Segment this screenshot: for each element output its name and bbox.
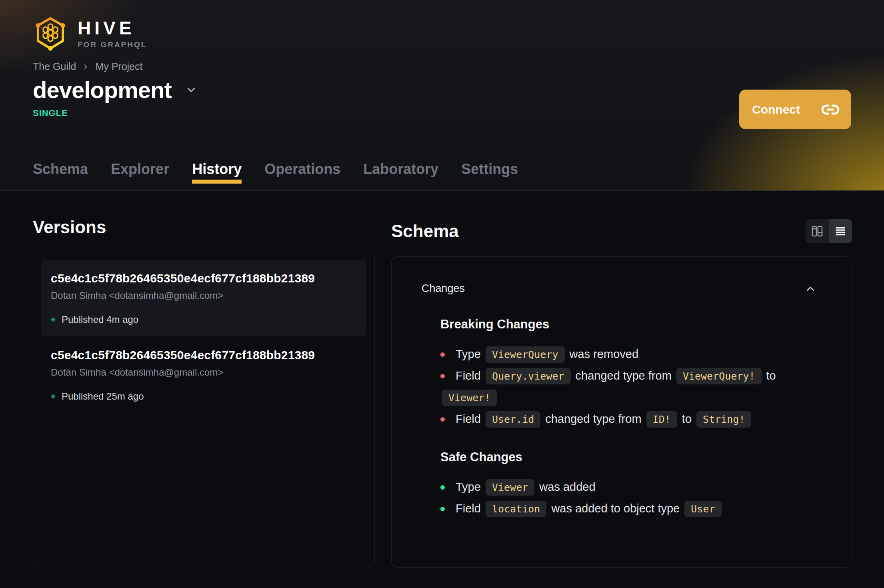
tab-bar: SchemaExplorerHistoryOperationsLaborator… xyxy=(33,161,518,190)
main-content: Versions c5e4c1c5f78b26465350e4ecf677cf1… xyxy=(0,191,884,568)
link-icon xyxy=(820,100,841,119)
version-author: Dotan Simha <dotansimha@gmail.com> xyxy=(51,367,357,378)
schema-title: Schema xyxy=(391,222,459,241)
breadcrumb-org[interactable]: The Guild xyxy=(33,61,76,72)
changes-collapse-header[interactable]: Changes xyxy=(392,257,852,295)
change-section-title: Breaking Changes xyxy=(440,317,818,332)
chevron-down-icon xyxy=(185,84,197,96)
change-item: Type ViewerQuery was removed xyxy=(440,344,808,365)
connect-label: Connect xyxy=(752,103,800,116)
page-title: development xyxy=(33,76,172,103)
tab-history[interactable]: History xyxy=(192,161,242,190)
changes-body: Breaking ChangesType ViewerQuery was rem… xyxy=(392,317,852,520)
changes-title: Changes xyxy=(422,282,465,295)
versions-title: Versions xyxy=(33,218,375,237)
tab-operations[interactable]: Operations xyxy=(264,161,340,190)
tab-laboratory[interactable]: Laboratory xyxy=(363,161,438,190)
tab-explorer[interactable]: Explorer xyxy=(111,161,169,190)
chevron-up-icon xyxy=(804,283,816,295)
code-chip: Query.viewer xyxy=(486,368,571,384)
change-list: Type ViewerQuery was removedField Query.… xyxy=(440,344,808,430)
code-chip: String! xyxy=(696,411,751,428)
version-status: Published 4m ago xyxy=(51,314,357,325)
version-card[interactable]: c5e4c1c5f78b26465350e4ecf677cf188bb21389… xyxy=(41,260,366,336)
change-list: Type Viewer was addedField location was … xyxy=(440,476,808,520)
schema-column: Schema xyxy=(391,218,852,568)
columns-view-button[interactable] xyxy=(806,219,829,243)
breadcrumb-project[interactable]: My Project xyxy=(95,61,142,72)
versions-column: Versions c5e4c1c5f78b26465350e4ecf677cf1… xyxy=(33,218,375,568)
tab-schema[interactable]: Schema xyxy=(33,161,88,190)
columns-view-icon xyxy=(810,224,824,238)
code-chip: ID! xyxy=(646,411,677,428)
published-dot-icon xyxy=(51,394,56,399)
code-chip: Viewer xyxy=(486,479,534,496)
list-view-icon xyxy=(834,224,847,238)
change-section-title: Safe Changes xyxy=(440,450,818,464)
view-toggle xyxy=(806,219,852,243)
list-view-button[interactable] xyxy=(829,219,852,243)
version-list: c5e4c1c5f78b26465350e4ecf677cf188bb21389… xyxy=(33,252,375,566)
version-status: Published 25m ago xyxy=(51,391,357,402)
brand-tagline: FOR GRAPHQL xyxy=(78,40,147,49)
change-item: Field User.id changed type from ID! to S… xyxy=(440,408,808,430)
brand-name: HIVE xyxy=(78,19,147,37)
version-hash: c5e4c1c5f78b26465350e4ecf677cf188bb21389 xyxy=(51,272,357,285)
change-item: Field location was added to object type … xyxy=(440,498,808,520)
code-chip: Viewer! xyxy=(442,390,497,406)
code-chip: User.id xyxy=(486,411,540,428)
version-status-text: Published 4m ago xyxy=(62,314,138,325)
code-chip: ViewerQuery xyxy=(486,346,565,363)
code-chip: ViewerQuery! xyxy=(676,368,762,384)
tab-settings[interactable]: Settings xyxy=(461,161,518,190)
version-author: Dotan Simha <dotansimha@gmail.com> xyxy=(51,290,357,301)
code-chip: location xyxy=(486,501,546,517)
version-status-text: Published 25m ago xyxy=(62,391,144,402)
published-dot-icon xyxy=(51,317,56,322)
version-card[interactable]: c5e4c1c5f78b26465350e4ecf677cf188bb21389… xyxy=(41,337,366,413)
version-hash: c5e4c1c5f78b26465350e4ecf677cf188bb21389 xyxy=(51,348,357,362)
change-section-breaking: Breaking ChangesType ViewerQuery was rem… xyxy=(440,317,818,430)
change-item: Field Query.viewer changed type from Vie… xyxy=(440,365,808,408)
breadcrumb: The Guild My Project xyxy=(33,61,884,72)
change-section-safe: Safe ChangesType Viewer was addedField l… xyxy=(440,450,818,520)
header: HIVE FOR GRAPHQL The Guild My Project de… xyxy=(0,0,884,191)
hive-logo-icon xyxy=(33,16,68,52)
chevron-right-icon xyxy=(82,63,90,71)
schema-panel: Changes Breaking ChangesType ViewerQuery… xyxy=(391,256,852,568)
schema-header-row: Schema xyxy=(391,219,852,243)
brand-text: HIVE FOR GRAPHQL xyxy=(78,19,147,49)
brand: HIVE FOR GRAPHQL xyxy=(33,0,884,52)
connect-button[interactable]: Connect xyxy=(739,90,851,129)
change-item: Type Viewer was added xyxy=(440,476,808,498)
code-chip: User xyxy=(684,501,721,517)
